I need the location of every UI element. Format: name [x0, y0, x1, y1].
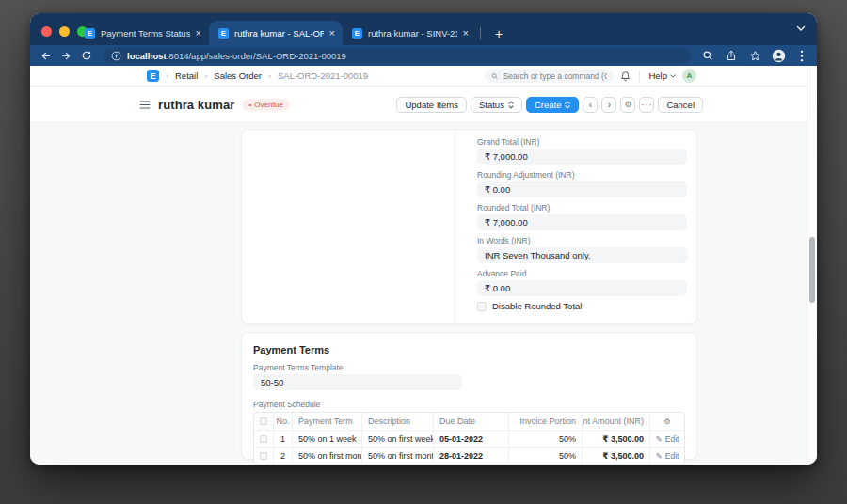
breadcrumb-separator: › [268, 71, 271, 81]
help-label: Help [648, 71, 667, 81]
column-header-description: Description [361, 413, 433, 430]
tab-title: Payment Terms Status for Sale [101, 28, 190, 39]
tab-payment-terms-status[interactable]: E Payment Terms Status for Sale × [75, 21, 209, 45]
sidebar-toggle-icon[interactable] [139, 101, 151, 109]
column-header-no: No. [273, 413, 292, 430]
breadcrumb-separator: › [166, 71, 168, 81]
row-checkbox[interactable] [260, 452, 267, 460]
bullet-icon: • [248, 101, 251, 109]
grid-settings-gear-icon[interactable]: ⚙ [649, 413, 684, 430]
status-dropdown-button[interactable]: Status [471, 97, 522, 113]
update-items-button[interactable]: Update Items [396, 97, 467, 113]
page-scrollbar-thumb[interactable] [809, 237, 815, 303]
forward-icon[interactable] [58, 48, 73, 63]
form-body: Grand Total (INR) ₹ 7,000.00 Rounding Ad… [30, 124, 817, 465]
notifications-bell-icon[interactable] [620, 71, 631, 82]
status-badge-overdue: • Overdue [242, 99, 290, 111]
bookmark-star-icon[interactable] [747, 48, 762, 63]
minimize-window-button[interactable] [59, 26, 70, 37]
search-input[interactable] [503, 71, 608, 81]
payment-terms-template-input[interactable]: 50-50 [253, 374, 462, 390]
browser-toolbar: localhost:8014/app/sales-order/SAL-ORD-2… [30, 45, 817, 66]
advance-paid-input[interactable]: ₹ 0.00 [477, 280, 687, 296]
share-icon[interactable] [724, 48, 739, 63]
url-host: localhost [127, 51, 167, 61]
grand-total-input[interactable]: ₹ 7,000.00 [477, 149, 687, 165]
browser-menu-kebab-icon[interactable] [794, 48, 809, 63]
search-icon[interactable] [700, 48, 715, 63]
status-badge-label: Overdue [254, 101, 283, 109]
tab-strip: E Payment Terms Status for Sale × E ruth… [75, 21, 507, 45]
pencil-icon: ✎ [656, 434, 663, 444]
cell-payment-term[interactable]: 50% on first month [292, 448, 361, 464]
payment-schedule-table: No. Payment Term Description Due Date In… [253, 412, 685, 465]
reload-icon[interactable] [79, 48, 94, 63]
global-search[interactable] [485, 69, 614, 83]
in-words-input[interactable]: INR Seven Thousand only. [477, 247, 687, 263]
section-heading: Payment Terms [253, 344, 685, 355]
cell-due-date[interactable]: 28-01-2022 [433, 448, 508, 464]
column-header-invoice-portion: Invoice Portion [508, 413, 582, 430]
address-bar[interactable]: localhost:8014/app/sales-order/SAL-ORD-2… [104, 48, 691, 63]
select-all-checkbox[interactable] [260, 417, 267, 425]
close-window-button[interactable] [41, 26, 52, 37]
row-checkbox[interactable] [260, 435, 267, 443]
site-info-icon[interactable] [111, 51, 121, 61]
profile-avatar-icon[interactable] [771, 48, 786, 63]
cell-description[interactable]: 50% on first week. [361, 431, 433, 447]
column-header-due-date: Due Date [433, 413, 508, 430]
erpnext-app: E › Retail › Sales Order › SAL-ORD-2021-… [30, 66, 817, 465]
cell-no: 1 [273, 431, 292, 447]
page-scrollbar-track[interactable] [807, 66, 817, 465]
create-dropdown-button[interactable]: Create [526, 97, 580, 113]
table-header-row: No. Payment Term Description Due Date In… [254, 413, 684, 430]
help-menu[interactable]: Help [648, 71, 676, 81]
select-carets-icon [508, 101, 514, 109]
app-logo[interactable]: E [147, 70, 159, 82]
user-avatar[interactable]: A [682, 69, 696, 83]
field-label: Rounding Adjustment (INR) [477, 169, 687, 181]
row-edit-button[interactable]: ✎Edit [656, 451, 679, 461]
cell-due-date[interactable]: 05-01-2022 [433, 431, 508, 447]
cell-payment-term[interactable]: 50% on 1 week [292, 431, 361, 447]
field-in-words: In Words (INR) INR Seven Thousand only. [477, 235, 687, 263]
rounded-total-input[interactable]: ₹ 7,000.00 [477, 214, 687, 230]
settings-gear-button[interactable]: ⚙ [620, 97, 635, 113]
row-edit-button[interactable]: ✎Edit [656, 434, 679, 444]
next-document-button[interactable]: › [601, 97, 616, 113]
cell-description[interactable]: 50% on first month [361, 448, 433, 464]
field-label: Payment Terms Template [253, 362, 685, 374]
back-icon[interactable] [38, 48, 53, 63]
rounding-adjustment-input[interactable]: ₹ 0.00 [477, 181, 687, 197]
tab-title: ruthra kumar - SINV-21-00032 [368, 28, 457, 39]
cell-payment-amount[interactable]: ₹ 3,500.00 [582, 448, 649, 464]
field-rounded-total: Rounded Total (INR) ₹ 7,000.00 [477, 202, 687, 230]
page-actions: Update Items Status Create ‹ › ⚙ ··· Can… [396, 97, 703, 113]
tab-sales-invoice[interactable]: E ruthra kumar - SINV-21-00032 × [343, 21, 476, 45]
cell-invoice-portion[interactable]: 50% [508, 431, 582, 447]
close-tab-icon[interactable]: × [463, 28, 469, 38]
close-tab-icon[interactable]: × [196, 28, 201, 38]
tab-title: ruthra kumar - SAL-ORD-2021-00019 [234, 28, 324, 39]
edit-label: Edit [665, 451, 679, 461]
breadcrumb-sales-order[interactable]: Sales Order [214, 71, 262, 81]
breadcrumb-retail[interactable]: Retail [175, 71, 198, 81]
breadcrumb-separator: › [204, 71, 207, 81]
close-tab-icon[interactable]: × [329, 28, 335, 38]
table-row: 2 50% on first month 50% on first month … [254, 447, 684, 464]
cell-payment-amount[interactable]: ₹ 3,500.00 [582, 431, 649, 447]
new-tab-button[interactable]: + [490, 26, 507, 41]
status-button-label: Status [479, 100, 504, 110]
page-title: ruthra kumar [158, 98, 234, 112]
previous-document-button[interactable]: ‹ [583, 97, 598, 113]
tab-search-chevron-icon[interactable] [796, 25, 806, 32]
menu-ellipsis-button[interactable]: ··· [639, 97, 654, 113]
disable-rounded-total-checkbox[interactable] [477, 302, 487, 311]
cell-invoice-portion[interactable]: 50% [508, 448, 582, 464]
search-icon [491, 72, 498, 80]
browser-window: E Payment Terms Status for Sale × E ruth… [30, 13, 817, 465]
cancel-button[interactable]: Cancel [658, 97, 703, 113]
chevron-down-icon [670, 74, 676, 78]
table-row: 1 50% on 1 week 50% on first week. 05-01… [254, 430, 684, 447]
tab-sales-order-active[interactable]: E ruthra kumar - SAL-ORD-2021-00019 × [209, 21, 343, 45]
